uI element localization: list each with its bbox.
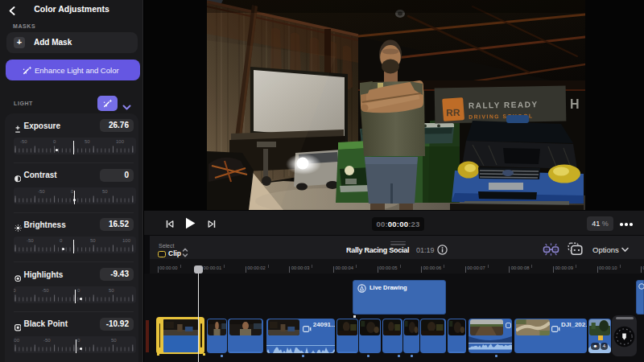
svg-text:RR: RR	[446, 107, 460, 118]
svg-text:RALLY READY: RALLY READY	[469, 100, 539, 110]
svg-text:H: H	[570, 97, 580, 111]
